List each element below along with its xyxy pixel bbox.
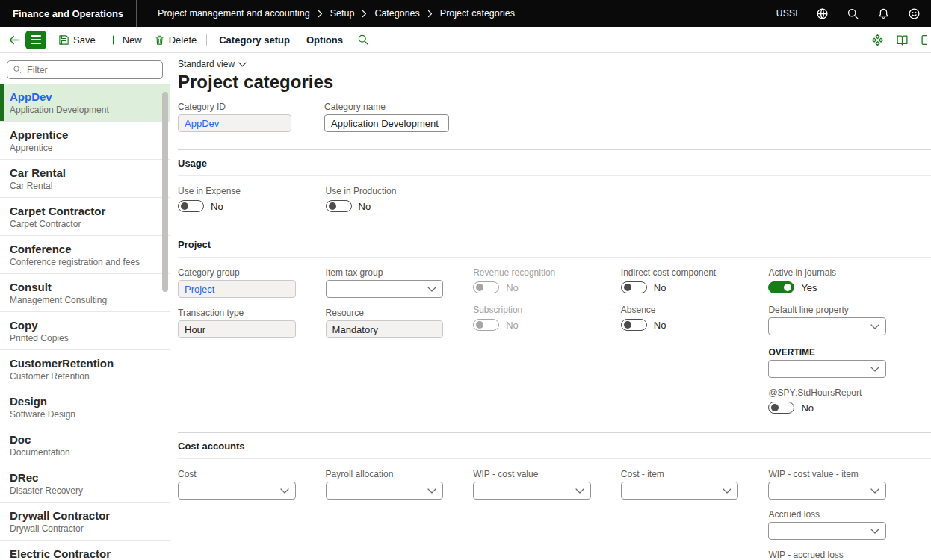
usage-section-header[interactable]: Usage [178, 150, 931, 176]
chevron-down-icon [238, 62, 247, 67]
company-picker[interactable]: USSI [776, 8, 798, 19]
wip-accrued-loss-field: WIP - accrued loss [768, 550, 886, 560]
cost-accounts-section-header[interactable]: Cost accounts [178, 433, 931, 459]
category-list: AppDev Application Development Apprentic… [0, 84, 170, 560]
indirect-cost-component-toggle[interactable] [621, 281, 647, 293]
payroll-allocation-select[interactable] [326, 482, 444, 500]
sidebar-item-doc[interactable]: Doc Documentation [0, 426, 170, 464]
toggle-knob [476, 284, 483, 291]
use-in-expense-field: Use in Expense No [178, 186, 296, 214]
toggle-knob [771, 404, 779, 411]
feedback-smiley-icon[interactable] [908, 7, 921, 20]
save-icon [58, 34, 69, 46]
toolbar-divider [206, 34, 207, 46]
chevron-down-icon [575, 488, 584, 494]
transaction-type-field: Transaction type [178, 308, 296, 338]
sidebar-item-car-rental[interactable]: Car Rental Car Rental [0, 160, 170, 198]
default-line-property-select[interactable] [768, 317, 886, 335]
shapes-icon[interactable] [871, 34, 884, 46]
wip-cost-value-select[interactable] [473, 482, 591, 500]
transaction-type-input [178, 320, 296, 338]
accrued-loss-select[interactable] [768, 522, 886, 540]
sidebar-item-drec[interactable]: DRec Disaster Recovery [0, 464, 170, 503]
sidebar-item-appdev[interactable]: AppDev Application Development [0, 84, 170, 122]
sidebar-item-conference[interactable]: Conference Conference registration and f… [0, 236, 170, 274]
overtime-select[interactable] [768, 360, 886, 378]
indirect-cost-component-field: Indirect cost component No [621, 267, 739, 295]
save-button[interactable]: Save [52, 27, 102, 52]
sidebar-item-customerretention[interactable]: CustomerRetention Customer Retention [0, 350, 170, 388]
breadcrumb-page[interactable]: Project categories [440, 8, 515, 19]
filter-input[interactable] [7, 60, 163, 79]
sidebar-item-design[interactable]: Design Software Design [0, 388, 170, 426]
cost-accounts-section: Cost accounts Cost Payroll allocation [178, 432, 931, 560]
sidebar-item-carpet-contractor[interactable]: Carpet Contractor Carpet Contractor [0, 198, 170, 236]
toggle-knob [329, 202, 336, 210]
cost-item-field: Cost - item [621, 469, 739, 500]
cost-select[interactable] [178, 482, 296, 500]
sidebar-item-copy[interactable]: Copy Printed Copies [0, 312, 170, 350]
breadcrumb-categories[interactable]: Categories [374, 8, 419, 19]
item-tax-group-select[interactable] [326, 280, 444, 298]
absence-toggle[interactable] [621, 319, 647, 331]
app-title[interactable]: Finance and Operations [0, 8, 136, 19]
site-map-menu-button[interactable] [25, 31, 46, 49]
subscription-field: Subscription No [473, 305, 591, 332]
sidebar-item-apprentice[interactable]: Apprentice Apprentice [0, 122, 170, 160]
breadcrumb-setup[interactable]: Setup [330, 8, 355, 19]
book-icon[interactable] [896, 34, 909, 46]
resource-input [326, 320, 444, 338]
absence-field: Absence No [621, 305, 739, 332]
top-navigation-bar: Finance and Operations Project managemen… [0, 0, 931, 27]
wip-cost-value-field: WIP - cost value [473, 469, 591, 500]
category-name-input[interactable] [324, 114, 449, 132]
chevron-right-icon [318, 10, 323, 18]
wip-cost-value-item-select[interactable] [768, 482, 886, 500]
chevron-down-icon [870, 367, 879, 372]
toolbar-search-icon[interactable] [357, 34, 369, 46]
back-button[interactable] [4, 30, 24, 49]
category-list-panel: AppDev Application Development Apprentic… [0, 53, 170, 560]
toggle-knob [181, 202, 188, 210]
revenue-recognition-toggle [473, 281, 499, 293]
topbar-actions: USSI [776, 7, 931, 20]
default-line-property-field: Default line property [768, 305, 886, 335]
sidebar-item-electric-contractor[interactable]: Electric Contractor Electric Contractor [0, 541, 170, 560]
cost-item-select[interactable] [621, 482, 739, 500]
sidebar-item-consult[interactable]: Consult Management Consulting [0, 274, 170, 312]
toggle-knob [624, 321, 631, 329]
chevron-down-icon [427, 488, 436, 494]
search-icon[interactable] [847, 7, 859, 20]
category-name-field: Category name [324, 102, 449, 132]
toggle-knob [624, 284, 631, 291]
project-section: Project Category group Transaction type … [178, 231, 931, 425]
bell-icon[interactable] [877, 7, 890, 20]
payroll-allocation-field: Payroll allocation [326, 469, 444, 500]
main-content: Standard view Project categories Categor… [170, 53, 931, 560]
sidebar-item-drywall-contractor[interactable]: Drywall Contractor Drywall Contractor [0, 503, 170, 541]
toggle-knob [784, 284, 791, 291]
globe-icon[interactable] [816, 7, 829, 20]
category-setup-menu[interactable]: Category setup [211, 27, 298, 52]
toggle-knob [476, 321, 483, 329]
chevron-right-icon [362, 10, 367, 18]
subscription-toggle [473, 319, 499, 331]
sidebar-scrollbar-thumb[interactable] [162, 92, 168, 292]
new-button[interactable]: New [102, 27, 148, 52]
delete-button[interactable]: Delete [148, 27, 203, 52]
category-group-field: Category group [178, 267, 296, 298]
use-in-expense-toggle[interactable] [178, 200, 204, 212]
options-menu[interactable]: Options [298, 27, 351, 52]
spy-std-hours-report-toggle[interactable] [768, 402, 794, 414]
active-in-journals-toggle[interactable] [768, 281, 794, 293]
use-in-production-toggle[interactable] [326, 200, 352, 212]
search-icon [13, 65, 22, 74]
chevron-down-icon [427, 287, 436, 292]
filter-field [7, 60, 163, 79]
project-section-header[interactable]: Project [178, 231, 931, 258]
view-selector[interactable]: Standard view [178, 59, 247, 69]
breadcrumb-module[interactable]: Project management and accounting [158, 8, 310, 19]
category-group-input [178, 280, 296, 298]
panel-icon[interactable] [921, 34, 927, 46]
wip-cost-value-item-field: WIP - cost value - item [768, 469, 886, 500]
